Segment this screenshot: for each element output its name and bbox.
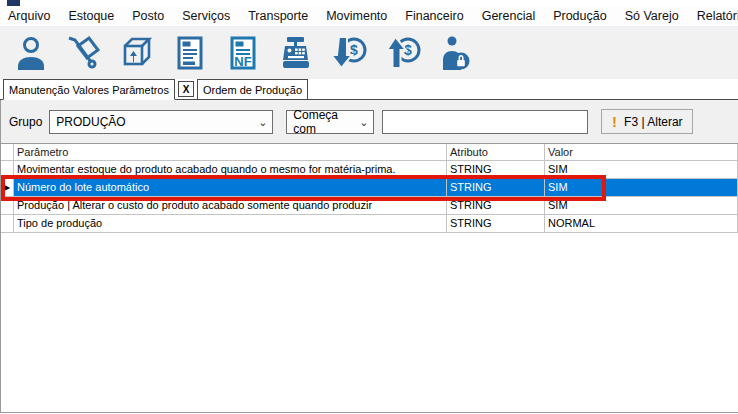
- tab-ordem-de-producao[interactable]: Ordem de Produção: [197, 79, 308, 99]
- row-indicator: [1, 215, 14, 233]
- menu-item-financeiro[interactable]: Financeiro: [405, 9, 463, 23]
- svg-text:NF: NF: [234, 54, 251, 69]
- menu-item-producao[interactable]: Produção: [553, 9, 607, 23]
- group-label: Grupo: [9, 115, 42, 129]
- cell-atributo: STRING: [447, 215, 545, 233]
- chevron-down-icon: ⌄: [359, 117, 368, 127]
- menu-bar: ArquivoEstoquePostoServiçosTransporteMov…: [0, 6, 738, 27]
- menu-item-estoque[interactable]: Estoque: [68, 9, 114, 23]
- f3-alterar-button[interactable]: ! F3 | Alterar: [601, 109, 693, 134]
- match-mode-value: Começa com: [293, 108, 359, 136]
- tab-label: Ordem de Produção: [203, 84, 302, 96]
- table-row[interactable]: Tipo de produçãoSTRINGNORMAL: [1, 215, 738, 233]
- cash-register-icon[interactable]: [274, 31, 318, 75]
- cell-valor: SIM: [545, 197, 738, 215]
- chevron-down-icon: ⌄: [258, 117, 267, 127]
- row-indicator: [1, 197, 14, 215]
- cell-parametro: Número do lote automático: [14, 179, 447, 197]
- f3-alterar-label: F3 | Alterar: [624, 115, 682, 129]
- header-indicator: [1, 144, 14, 161]
- titlebar-sliver: [0, 0, 738, 6]
- close-tab-icon[interactable]: X: [178, 81, 194, 97]
- match-mode-select[interactable]: Começa com ⌄: [286, 110, 374, 134]
- column-header-atributo[interactable]: Atributo: [447, 144, 545, 161]
- filter-row: Grupo PRODUÇÃO ⌄ Começa com ⌄ ! F3 | Alt…: [1, 100, 738, 143]
- cell-atributo: STRING: [447, 197, 545, 215]
- cell-parametro: Produção | Alterar o custo do produto ac…: [14, 197, 447, 215]
- package-box-icon[interactable]: [115, 31, 159, 75]
- menu-item-arquivo[interactable]: Arquivo: [8, 9, 50, 23]
- cell-atributo: STRING: [447, 161, 545, 179]
- nf-invoice-icon[interactable]: NF: [221, 31, 265, 75]
- table-row[interactable]: Produção | Alterar o custo do produto ac…: [1, 197, 738, 215]
- cell-parametro: Tipo de produção: [14, 215, 447, 233]
- menu-item-transporte[interactable]: Transporte: [248, 9, 308, 23]
- cell-parametro: Movimentar estoque do produto acabado qu…: [14, 161, 447, 179]
- user-lock-icon[interactable]: [433, 31, 477, 75]
- money-up-icon[interactable]: $: [380, 31, 424, 75]
- search-input[interactable]: [382, 110, 588, 134]
- hand-truck-icon[interactable]: [62, 31, 106, 75]
- tab-label: Manutenção Valores Parâmetros: [9, 84, 169, 96]
- group-select-value: PRODUÇÃO: [56, 115, 125, 129]
- menu-item-relatorios[interactable]: Relatórios: [697, 9, 738, 23]
- parameters-table: Parâmetro Atributo Valor Movimentar esto…: [1, 143, 738, 412]
- row-marker-icon: ▶: [1, 179, 14, 197]
- toolbar: NF $ $: [0, 27, 738, 79]
- cell-valor: NORMAL: [545, 215, 738, 233]
- column-header-valor[interactable]: Valor: [545, 144, 738, 161]
- menu-item-servicos[interactable]: Serviços: [182, 9, 230, 23]
- user-icon[interactable]: [9, 31, 53, 75]
- tab-manutencao-valores-parametros[interactable]: Manutenção Valores Parâmetros: [3, 79, 175, 100]
- menu-item-so-varejo[interactable]: Só Varejo: [625, 9, 679, 23]
- app-icon: [7, 0, 20, 6]
- cell-valor: SIM: [545, 161, 738, 179]
- menu-item-posto[interactable]: Posto: [132, 9, 164, 23]
- menu-item-gerencial[interactable]: Gerencial: [482, 9, 536, 23]
- table-body: Movimentar estoque do produto acabado qu…: [1, 161, 738, 233]
- row-indicator: [1, 161, 14, 179]
- menu-item-movimento[interactable]: Movimento: [326, 9, 387, 23]
- table-row[interactable]: Movimentar estoque do produto acabado qu…: [1, 161, 738, 179]
- cell-valor: SIM: [545, 179, 738, 197]
- group-select[interactable]: PRODUÇÃO ⌄: [49, 110, 273, 134]
- table-row[interactable]: ▶Número do lote automáticoSTRINGSIM: [1, 179, 738, 197]
- cell-atributo: STRING: [447, 179, 545, 197]
- column-header-parametro[interactable]: Parâmetro: [14, 144, 447, 161]
- table-header: Parâmetro Atributo Valor: [1, 144, 738, 161]
- exclamation-icon: !: [612, 113, 617, 130]
- money-down-icon[interactable]: $: [327, 31, 371, 75]
- invoice-document-icon[interactable]: [168, 31, 212, 75]
- tab-bar: Manutenção Valores Parâmetros X Ordem de…: [0, 79, 738, 100]
- content-panel: Grupo PRODUÇÃO ⌄ Começa com ⌄ ! F3 | Alt…: [0, 100, 738, 413]
